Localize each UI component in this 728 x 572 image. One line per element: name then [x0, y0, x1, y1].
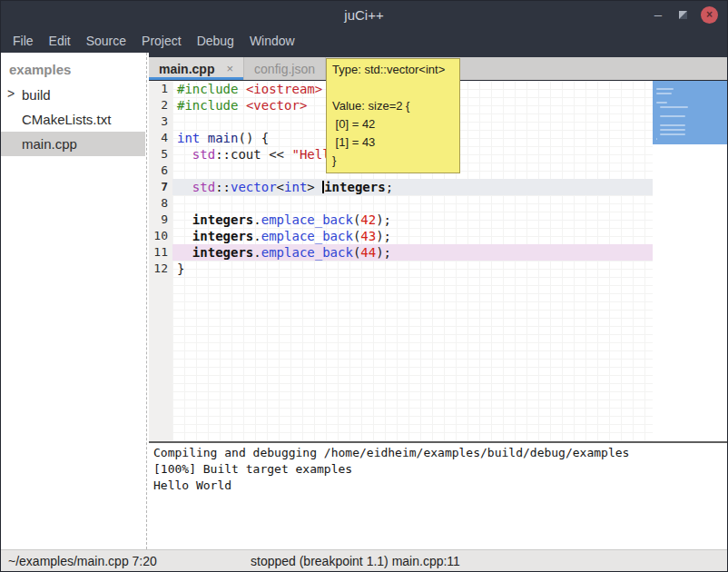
status-debug-state: stopped (breakpoint 1.1) main.cpp:11: [251, 554, 460, 568]
main-content: examples >buildCMakeLists.txtmain.cpp ma…: [1, 53, 727, 549]
tooltip-line: Value: size=2 {: [332, 97, 454, 115]
status-bar: ~/examples/main.cpp 7:20 stopped (breakp…: [1, 549, 727, 571]
code-token-id: integers: [192, 229, 253, 243]
code-token-fn: main: [208, 131, 239, 145]
code-token-pp: #include: [177, 98, 238, 113]
line-number: 1: [149, 81, 172, 97]
menu-item-project[interactable]: Project: [142, 34, 182, 48]
menu-item-edit[interactable]: Edit: [49, 34, 71, 48]
restore-icon[interactable]: [679, 11, 687, 19]
close-icon[interactable]: ×: [226, 62, 233, 75]
code-text: <: [277, 180, 284, 194]
tab-label: config.json: [254, 62, 315, 76]
code-token-kw: int: [177, 131, 200, 145]
code-text: [238, 98, 245, 113]
line-number: 5: [149, 146, 172, 163]
code-token-mb: emplace_back: [261, 229, 353, 243]
sidebar-item-build[interactable]: >build: [1, 83, 145, 107]
line-number: 2: [149, 97, 172, 113]
tab-config-json[interactable]: config.json: [244, 57, 326, 80]
terminal-line: Hello World: [153, 478, 723, 494]
tooltip-line: }: [332, 152, 454, 170]
menu-item-debug[interactable]: Debug: [197, 34, 234, 48]
line-number: 12: [149, 261, 172, 277]
code-token-id: integers: [324, 180, 385, 194]
code-text: [177, 245, 192, 260]
code-token-inc: <vector>: [246, 98, 307, 113]
minimap-blank-line: [653, 94, 727, 99]
code-text: ::cout <<: [215, 147, 291, 162]
code-text: [177, 229, 192, 243]
app-window: juCi++ – × FileEditSourceProjectDebugWin…: [0, 0, 728, 572]
debug-value-tooltip: Type: std::vector<int> Value: size=2 { […: [326, 58, 460, 173]
code-token-id: integers: [192, 245, 253, 260]
menu-item-file[interactable]: File: [13, 34, 34, 48]
code-text: [177, 147, 192, 162]
code-text: [200, 131, 207, 145]
code-token-ns: std: [192, 180, 215, 194]
menu-item-source[interactable]: Source: [86, 34, 126, 48]
line-number: 10: [149, 228, 172, 244]
code-line[interactable]: std::vector<int> integers;: [172, 179, 653, 195]
code-text: );: [376, 229, 391, 243]
code-token-id: integers: [192, 212, 253, 227]
sidebar-item-label: build: [22, 87, 51, 103]
tooltip-line: [332, 79, 454, 97]
sidebar-item-cmakelists-txt[interactable]: CMakeLists.txt: [1, 107, 145, 132]
tab-label: main.cpp: [159, 62, 214, 76]
code-token-num: 42: [360, 212, 376, 227]
code-token-inc: <iostream>: [246, 82, 322, 96]
code-text: ;: [386, 180, 393, 194]
minimap-code-line: [656, 102, 667, 104]
code-text: >: [307, 180, 322, 194]
minimap-blank-line: [653, 108, 727, 113]
line-number: 8: [149, 195, 172, 212]
line-number-gutter: 123456789101112: [149, 81, 172, 441]
code-line[interactable]: integers.emplace_back(44);: [172, 244, 653, 261]
tab-main-cpp[interactable]: main.cpp×: [149, 57, 244, 80]
line-number: 9: [149, 212, 172, 228]
minimap-code-line: [656, 88, 674, 90]
code-text: () {: [238, 131, 269, 145]
minimize-icon[interactable]: –: [651, 10, 665, 19]
menu-bar: FileEditSourceProjectDebugWindow: [1, 28, 727, 53]
tooltip-line: [0] = 42: [332, 115, 454, 133]
chevron-right-icon[interactable]: >: [7, 86, 15, 101]
code-text: [238, 82, 245, 96]
code-line[interactable]: integers.emplace_back(43);: [172, 228, 653, 244]
code-token-num: 44: [360, 245, 376, 260]
code-text: [177, 180, 192, 194]
minimap[interactable]: [653, 81, 727, 441]
tooltip-line: Type: std::vector<int>: [332, 61, 454, 79]
sidebar-item-label: CMakeLists.txt: [22, 112, 111, 127]
code-token-ns: std: [192, 147, 215, 162]
code-token-mb: emplace_back: [261, 245, 353, 260]
line-number: 11: [149, 244, 172, 261]
window-controls: – ×: [651, 1, 718, 28]
code-line[interactable]: integers.emplace_back(42);: [172, 212, 653, 228]
menu-item-window[interactable]: Window: [250, 34, 295, 48]
code-text: }: [177, 261, 184, 276]
terminal-line: [100%] Built target examples: [153, 461, 723, 478]
code-text: ::: [215, 180, 231, 194]
close-icon[interactable]: ×: [701, 6, 718, 24]
code-line[interactable]: }: [172, 261, 653, 277]
minimap-slider[interactable]: [653, 81, 727, 144]
tooltip-line: [1] = 43: [332, 133, 454, 152]
code-token-num: 43: [360, 229, 376, 243]
terminal-output[interactable]: Compiling and debugging /home/eidheim/ex…: [149, 443, 727, 549]
line-number: 6: [149, 163, 172, 179]
code-text: );: [376, 212, 391, 227]
code-text: .: [253, 245, 261, 260]
code-text: .: [253, 212, 261, 227]
code-token-mb: emplace_back: [261, 212, 353, 227]
sidebar-item-label: main.cpp: [22, 136, 77, 152]
code-text: );: [376, 245, 391, 260]
code-text: [177, 212, 192, 227]
file-tree-sidebar: examples >buildCMakeLists.txtmain.cpp: [1, 53, 145, 549]
status-file-position: ~/examples/main.cpp 7:20: [8, 554, 157, 568]
terminal-line: Compiling and debugging /home/eidheim/ex…: [153, 445, 723, 461]
line-number: 4: [149, 130, 172, 146]
sidebar-item-main-cpp[interactable]: main.cpp: [1, 132, 145, 156]
code-line[interactable]: [172, 195, 653, 212]
